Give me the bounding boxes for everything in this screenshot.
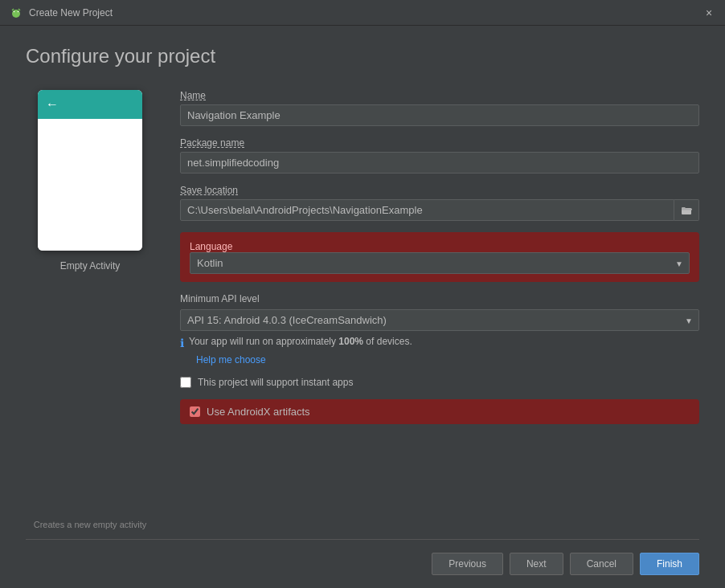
package-label: Package name <box>180 137 699 149</box>
left-panel: ← Empty Activity Creates a new empty act… <box>26 90 154 533</box>
package-input[interactable] <box>180 152 699 174</box>
info-text-before: Your app will run on approximately <box>189 336 338 347</box>
finish-button[interactable]: Finish <box>640 553 699 575</box>
creates-label: Creates a new empty activity <box>34 520 147 533</box>
save-location-input[interactable] <box>180 199 674 221</box>
api-level-select-wrapper: API 15: Android 4.0.3 (IceCreamSandwich)… <box>180 309 699 331</box>
language-select[interactable]: Kotlin Java <box>190 252 690 274</box>
save-location-input-row <box>180 199 699 221</box>
folder-browse-button[interactable] <box>674 199 699 221</box>
dialog-footer: Previous Next Cancel Finish <box>26 539 699 575</box>
dialog-heading: Configure your project <box>26 45 699 67</box>
next-button[interactable]: Next <box>510 553 563 575</box>
info-percent: 100% <box>338 336 363 347</box>
language-group: Language Kotlin Java <box>180 232 699 282</box>
folder-icon <box>681 205 692 216</box>
instant-apps-checkbox[interactable] <box>180 377 191 388</box>
api-section: Minimum API level API 15: Android 4.0.3 … <box>180 293 699 365</box>
svg-point-0 <box>12 10 20 18</box>
language-select-wrapper: Kotlin Java <box>190 252 690 274</box>
back-arrow-icon: ← <box>46 97 59 112</box>
svg-line-4 <box>18 9 20 10</box>
androidx-checkbox[interactable] <box>190 406 200 417</box>
previous-button[interactable]: Previous <box>432 553 503 575</box>
name-input[interactable] <box>180 104 699 126</box>
phone-preview: ← <box>38 90 142 251</box>
package-group: Package name <box>180 137 699 174</box>
api-level-select[interactable]: API 15: Android 4.0.3 (IceCreamSandwich)… <box>180 309 699 331</box>
info-row: ℹ Your app will run on approximately 100… <box>180 336 699 349</box>
save-location-label: Save location <box>180 185 699 196</box>
androidx-label: Use AndroidX artifacts <box>207 406 310 418</box>
dialog: Configure your project ← Empty Activity … <box>0 26 725 588</box>
instant-apps-row: This project will support instant apps <box>180 377 699 388</box>
phone-body <box>38 119 142 251</box>
phone-topbar: ← <box>38 90 142 119</box>
dialog-title: Create New Project <box>29 7 113 18</box>
title-bar: Create New Project × <box>0 0 725 26</box>
name-group: Name <box>180 90 699 126</box>
api-level-label: Minimum API level <box>180 293 699 304</box>
info-text: Your app will run on approximately 100% … <box>189 336 412 347</box>
help-me-choose-link[interactable]: Help me choose <box>196 354 699 365</box>
save-location-group: Save location <box>180 185 699 221</box>
name-label: Name <box>180 90 699 101</box>
close-button[interactable]: × <box>702 6 715 19</box>
androidx-row: Use AndroidX artifacts <box>180 399 699 424</box>
info-icon: ℹ <box>180 337 184 349</box>
svg-line-3 <box>12 9 14 10</box>
svg-point-1 <box>14 10 15 12</box>
title-bar-left: Create New Project <box>10 6 113 19</box>
activity-label: Empty Activity <box>60 260 121 272</box>
language-label: Language <box>190 241 232 252</box>
android-icon <box>10 6 23 19</box>
right-panel: Name Package name Save location <box>180 90 699 533</box>
info-text-after: of devices. <box>363 336 412 347</box>
svg-point-2 <box>18 10 19 12</box>
cancel-button[interactable]: Cancel <box>570 553 633 575</box>
instant-apps-label: This project will support instant apps <box>198 377 353 388</box>
dialog-body: ← Empty Activity Creates a new empty act… <box>26 90 699 533</box>
